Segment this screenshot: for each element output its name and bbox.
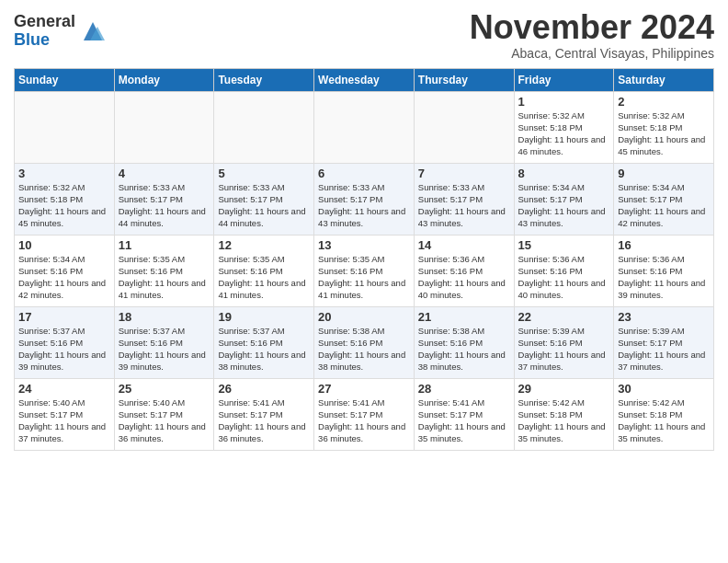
- calendar-cell: 12Sunrise: 5:35 AMSunset: 5:16 PMDayligh…: [214, 235, 314, 306]
- day-number: 26: [218, 382, 310, 396]
- day-info: Sunrise: 5:42 AMSunset: 5:18 PMDaylight:…: [518, 396, 610, 445]
- day-number: 3: [18, 167, 110, 180]
- day-info: Sunrise: 5:33 AMSunset: 5:17 PMDaylight:…: [318, 181, 410, 230]
- calendar-table: SundayMondayTuesdayWednesdayThursdayFrid…: [14, 68, 714, 451]
- day-number: 1: [518, 95, 610, 109]
- day-info: Sunrise: 5:40 AMSunset: 5:17 PMDaylight:…: [18, 396, 110, 445]
- calendar-cell: 18Sunrise: 5:37 AMSunset: 5:16 PMDayligh…: [114, 306, 214, 378]
- calendar-cell: 21Sunrise: 5:38 AMSunset: 5:16 PMDayligh…: [414, 306, 514, 378]
- calendar-cell: 29Sunrise: 5:42 AMSunset: 5:18 PMDayligh…: [514, 378, 614, 450]
- day-number: 25: [119, 382, 210, 396]
- day-number: 24: [18, 382, 110, 396]
- day-info: Sunrise: 5:37 AMSunset: 5:16 PMDaylight:…: [218, 325, 310, 373]
- page-container: General Blue November 2024 Abaca, Centra…: [0, 0, 728, 563]
- calendar-week-row: 24Sunrise: 5:40 AMSunset: 5:17 PMDayligh…: [15, 378, 714, 450]
- day-number: 7: [418, 167, 510, 180]
- day-number: 30: [618, 382, 710, 396]
- calendar-cell: 15Sunrise: 5:36 AMSunset: 5:16 PMDayligh…: [514, 235, 614, 306]
- calendar-cell: [114, 91, 214, 163]
- calendar-cell: 19Sunrise: 5:37 AMSunset: 5:16 PMDayligh…: [214, 306, 314, 378]
- day-info: Sunrise: 5:37 AMSunset: 5:16 PMDaylight:…: [119, 325, 210, 373]
- calendar-cell: 4Sunrise: 5:33 AMSunset: 5:17 PMDaylight…: [114, 163, 214, 235]
- calendar-cell: 22Sunrise: 5:39 AMSunset: 5:16 PMDayligh…: [514, 306, 614, 378]
- day-number: 13: [318, 238, 410, 252]
- day-info: Sunrise: 5:39 AMSunset: 5:16 PMDaylight:…: [518, 325, 610, 373]
- month-title: November 2024: [470, 9, 714, 46]
- day-number: 22: [518, 310, 610, 324]
- calendar-header-sunday: Sunday: [15, 68, 115, 91]
- calendar-cell: 8Sunrise: 5:34 AMSunset: 5:17 PMDaylight…: [514, 163, 614, 235]
- calendar-cell: 9Sunrise: 5:34 AMSunset: 5:17 PMDaylight…: [614, 163, 714, 235]
- day-info: Sunrise: 5:32 AMSunset: 5:18 PMDaylight:…: [18, 181, 110, 230]
- calendar-header-tuesday: Tuesday: [214, 68, 314, 91]
- calendar-cell: 30Sunrise: 5:42 AMSunset: 5:18 PMDayligh…: [614, 378, 714, 450]
- day-info: Sunrise: 5:41 AMSunset: 5:17 PMDaylight:…: [218, 396, 310, 445]
- day-info: Sunrise: 5:35 AMSunset: 5:16 PMDaylight:…: [119, 253, 210, 302]
- header: General Blue November 2024 Abaca, Centra…: [14, 9, 714, 61]
- day-info: Sunrise: 5:36 AMSunset: 5:16 PMDaylight:…: [618, 253, 710, 302]
- location-title: Abaca, Central Visayas, Philippines: [470, 46, 714, 61]
- calendar-cell: 7Sunrise: 5:33 AMSunset: 5:17 PMDaylight…: [414, 163, 514, 235]
- day-info: Sunrise: 5:42 AMSunset: 5:18 PMDaylight:…: [618, 396, 710, 445]
- calendar-cell: 28Sunrise: 5:41 AMSunset: 5:17 PMDayligh…: [414, 378, 514, 450]
- calendar-cell: 20Sunrise: 5:38 AMSunset: 5:16 PMDayligh…: [314, 306, 415, 378]
- day-info: Sunrise: 5:34 AMSunset: 5:17 PMDaylight:…: [518, 181, 610, 230]
- calendar-cell: 11Sunrise: 5:35 AMSunset: 5:16 PMDayligh…: [114, 235, 214, 306]
- day-info: Sunrise: 5:37 AMSunset: 5:16 PMDaylight:…: [18, 325, 110, 373]
- day-info: Sunrise: 5:38 AMSunset: 5:16 PMDaylight:…: [318, 325, 410, 373]
- calendar-week-row: 17Sunrise: 5:37 AMSunset: 5:16 PMDayligh…: [15, 306, 714, 378]
- calendar-cell: 23Sunrise: 5:39 AMSunset: 5:17 PMDayligh…: [614, 306, 714, 378]
- day-number: 12: [218, 238, 310, 252]
- day-number: 19: [218, 310, 310, 324]
- logo-general: General: [14, 12, 75, 30]
- day-number: 20: [318, 310, 410, 324]
- calendar-cell: 13Sunrise: 5:35 AMSunset: 5:16 PMDayligh…: [314, 235, 415, 306]
- day-info: Sunrise: 5:33 AMSunset: 5:17 PMDaylight:…: [418, 181, 510, 230]
- calendar-cell: 5Sunrise: 5:33 AMSunset: 5:17 PMDaylight…: [214, 163, 314, 235]
- day-number: 18: [119, 310, 210, 324]
- day-number: 27: [318, 382, 410, 396]
- day-number: 15: [518, 238, 610, 252]
- calendar-cell: 2Sunrise: 5:32 AMSunset: 5:18 PMDaylight…: [614, 91, 714, 163]
- day-number: 10: [18, 238, 110, 252]
- calendar-header-wednesday: Wednesday: [314, 68, 415, 91]
- day-info: Sunrise: 5:34 AMSunset: 5:16 PMDaylight:…: [18, 253, 110, 302]
- calendar-cell: [214, 91, 314, 163]
- day-number: 4: [119, 167, 210, 180]
- day-info: Sunrise: 5:35 AMSunset: 5:16 PMDaylight:…: [218, 253, 310, 302]
- calendar-header-monday: Monday: [114, 68, 214, 91]
- day-number: 2: [618, 95, 710, 109]
- day-info: Sunrise: 5:32 AMSunset: 5:18 PMDaylight:…: [618, 109, 710, 158]
- calendar-week-row: 10Sunrise: 5:34 AMSunset: 5:16 PMDayligh…: [15, 235, 714, 306]
- logo-icon: [79, 17, 107, 45]
- day-info: Sunrise: 5:40 AMSunset: 5:17 PMDaylight:…: [119, 396, 210, 445]
- calendar-cell: [15, 91, 115, 163]
- day-number: 5: [218, 167, 310, 180]
- day-info: Sunrise: 5:41 AMSunset: 5:17 PMDaylight:…: [418, 396, 510, 445]
- calendar-header-row: SundayMondayTuesdayWednesdayThursdayFrid…: [15, 68, 714, 91]
- day-number: 9: [618, 167, 710, 180]
- day-number: 21: [418, 310, 510, 324]
- calendar-cell: 6Sunrise: 5:33 AMSunset: 5:17 PMDaylight…: [314, 163, 415, 235]
- calendar-cell: 27Sunrise: 5:41 AMSunset: 5:17 PMDayligh…: [314, 378, 415, 450]
- calendar-cell: 3Sunrise: 5:32 AMSunset: 5:18 PMDaylight…: [15, 163, 115, 235]
- day-number: 6: [318, 167, 410, 180]
- calendar-header-friday: Friday: [514, 68, 614, 91]
- day-info: Sunrise: 5:41 AMSunset: 5:17 PMDaylight:…: [318, 396, 410, 445]
- calendar-cell: 1Sunrise: 5:32 AMSunset: 5:18 PMDaylight…: [514, 91, 614, 163]
- calendar-cell: [414, 91, 514, 163]
- calendar-week-row: 1Sunrise: 5:32 AMSunset: 5:18 PMDaylight…: [15, 91, 714, 163]
- calendar-cell: 16Sunrise: 5:36 AMSunset: 5:16 PMDayligh…: [614, 235, 714, 306]
- day-info: Sunrise: 5:38 AMSunset: 5:16 PMDaylight:…: [418, 325, 510, 373]
- logo-text: General Blue: [14, 13, 75, 50]
- calendar-cell: 26Sunrise: 5:41 AMSunset: 5:17 PMDayligh…: [214, 378, 314, 450]
- day-number: 14: [418, 238, 510, 252]
- day-info: Sunrise: 5:32 AMSunset: 5:18 PMDaylight:…: [518, 109, 610, 158]
- calendar-cell: 17Sunrise: 5:37 AMSunset: 5:16 PMDayligh…: [15, 306, 115, 378]
- calendar-cell: 24Sunrise: 5:40 AMSunset: 5:17 PMDayligh…: [15, 378, 115, 450]
- logo: General Blue: [14, 13, 107, 50]
- day-info: Sunrise: 5:33 AMSunset: 5:17 PMDaylight:…: [218, 181, 310, 230]
- calendar-header-thursday: Thursday: [414, 68, 514, 91]
- day-info: Sunrise: 5:34 AMSunset: 5:17 PMDaylight:…: [618, 181, 710, 230]
- day-info: Sunrise: 5:39 AMSunset: 5:17 PMDaylight:…: [618, 325, 710, 373]
